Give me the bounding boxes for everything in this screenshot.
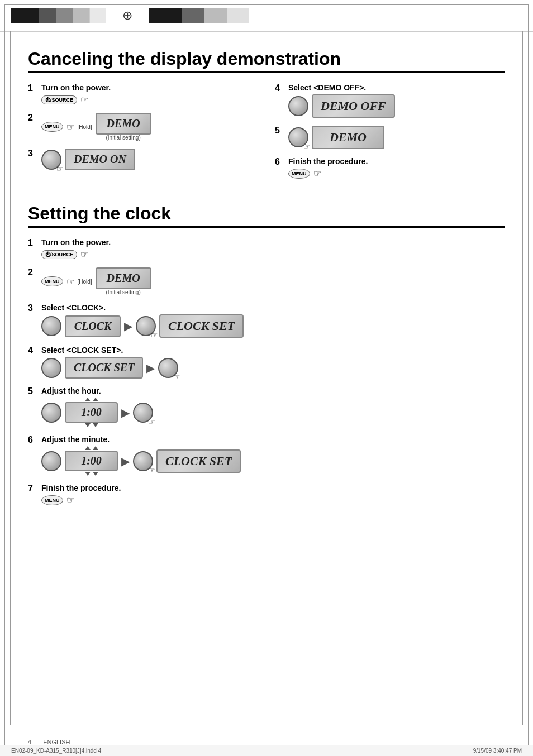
knob4-icon xyxy=(288,96,308,116)
hand-c3-icon: ☞ xyxy=(151,331,158,339)
knob-c5b-icon: ☞ xyxy=(133,403,153,423)
knob-c4b-icon: ☞ xyxy=(158,358,178,378)
right-margin-line xyxy=(522,31,523,725)
knob-c3-icon xyxy=(41,316,61,336)
hand-c5-icon: ☞ xyxy=(148,417,155,426)
knob-c5-icon xyxy=(41,403,61,423)
page-border xyxy=(4,4,529,752)
knob-c3b-icon: ☞ xyxy=(136,316,156,336)
knob-c6-icon xyxy=(41,451,61,471)
hour-display: 1:00 xyxy=(65,402,118,423)
hand-c4-icon: ☞ xyxy=(173,372,180,381)
hand5-icon: ☞ xyxy=(303,142,311,151)
print-bar: EN02-09_KD-A315_R310[J]4.indd 4 9/15/09 … xyxy=(0,745,533,756)
print-date: 9/15/09 3:40:47 PM xyxy=(473,748,522,754)
knob-icon: ☞ xyxy=(41,150,61,170)
minute-display: 1:00 xyxy=(65,451,118,471)
knob-c6b-icon: ☞ xyxy=(133,451,153,471)
knob-c4-icon xyxy=(41,358,61,378)
knob5-icon: ☞ xyxy=(288,127,308,147)
print-info: EN02-09_KD-A315_R310[J]4.indd 4 xyxy=(11,748,101,754)
hand-icon: ☞ xyxy=(56,164,64,173)
hand-c6-icon: ☞ xyxy=(148,466,155,475)
left-margin-line xyxy=(10,31,11,725)
